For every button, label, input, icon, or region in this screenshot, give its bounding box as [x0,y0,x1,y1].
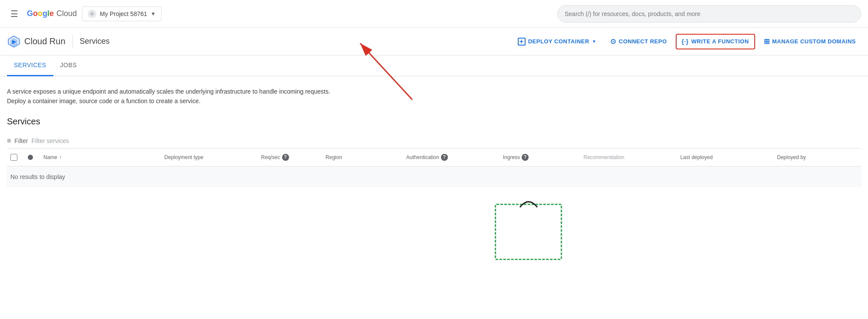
th-name[interactable]: Name ↑ [43,154,164,160]
page-name: Services [80,37,110,46]
cloud-run-icon: ▶ [7,35,21,49]
app-name: Cloud Run [24,36,66,46]
th-deployment: Deployment type [164,154,261,160]
project-selector[interactable]: ⊙ My Project 58761 ▼ [82,7,161,21]
reqsec-help-icon[interactable]: ? [282,154,289,161]
write-function-label: WRITE A FUNCTION [691,38,749,45]
connect-repo-label: CONNECT REPO [619,38,667,45]
domains-icon: ⊞ [764,37,770,46]
th-auth: Authentication ? [406,154,503,161]
manage-custom-domains-label: MANAGE CUSTOM DOMAINS [772,38,856,45]
cloud-run-logo: ▶ Cloud Run [7,35,73,49]
tab-bar: SERVICES JOBS [0,55,868,76]
table-container: Name ↑ Deployment type Req/sec ? Region … [7,149,861,187]
search-input[interactable] [557,5,861,23]
project-icon: ⊙ [88,10,96,18]
nav-actions: + DEPLOY CONTAINER ▼ ⊙ CONNECT REPO {·} … [513,34,861,49]
th-reqsec: Req/sec ? [261,154,326,161]
function-icon: {·} [682,38,689,45]
repo-icon: ⊙ [610,37,616,46]
th-deployedby: Deployed by [777,154,858,160]
sort-asc-icon[interactable]: ↑ [59,154,62,160]
top-nav: ☰ Google Cloud ⊙ My Project 58761 ▼ [0,0,868,28]
secondary-nav: ▶ Cloud Run Services + DEPLOY CONTAINER … [0,28,868,55]
filter-label[interactable]: Filter [14,137,28,144]
hamburger-menu[interactable]: ☰ [7,5,22,23]
th-status [28,155,43,160]
auth-help-icon[interactable]: ? [441,154,448,161]
th-lastdeployed: Last deployed [680,154,777,160]
plus-icon: + [518,38,526,46]
dropdown-arrow-icon: ▼ [592,39,596,44]
table-header: Name ↑ Deployment type Req/sec ? Region … [7,149,861,166]
google-cloud-logo: Google Cloud [27,9,77,18]
connect-repo-button[interactable]: ⊙ CONNECT REPO [605,34,672,49]
th-region: Region [326,154,406,160]
main-content: A service exposes a unique endpoint and … [0,76,868,198]
write-function-button[interactable]: {·} WRITE A FUNCTION [676,34,755,49]
service-description: A service exposes a unique endpoint and … [7,87,861,106]
status-circle-icon [28,155,33,160]
th-recommendation: Recommendation [583,154,680,160]
project-label: My Project 58761 [100,10,147,17]
deploy-container-button[interactable]: + DEPLOY CONTAINER ▼ [513,34,602,49]
th-checkbox[interactable] [10,154,28,161]
ingress-help-icon[interactable]: ? [522,154,529,161]
section-title: Services [7,117,861,127]
filter-placeholder[interactable]: Filter services [31,137,69,144]
filter-row: ≡ Filter Filter services [7,133,861,149]
no-results-row: No results to display [7,166,861,187]
manage-custom-domains-button[interactable]: ⊞ MANAGE CUSTOM DOMAINS [759,34,861,49]
tab-services[interactable]: SERVICES [7,55,53,76]
select-all-checkbox[interactable] [10,154,17,161]
th-ingress: Ingress ? [503,154,584,161]
filter-icon: ≡ [7,137,11,145]
tab-jobs[interactable]: JOBS [53,55,84,76]
chevron-down-icon: ▼ [151,11,156,17]
deploy-container-label: DEPLOY CONTAINER [528,38,589,45]
